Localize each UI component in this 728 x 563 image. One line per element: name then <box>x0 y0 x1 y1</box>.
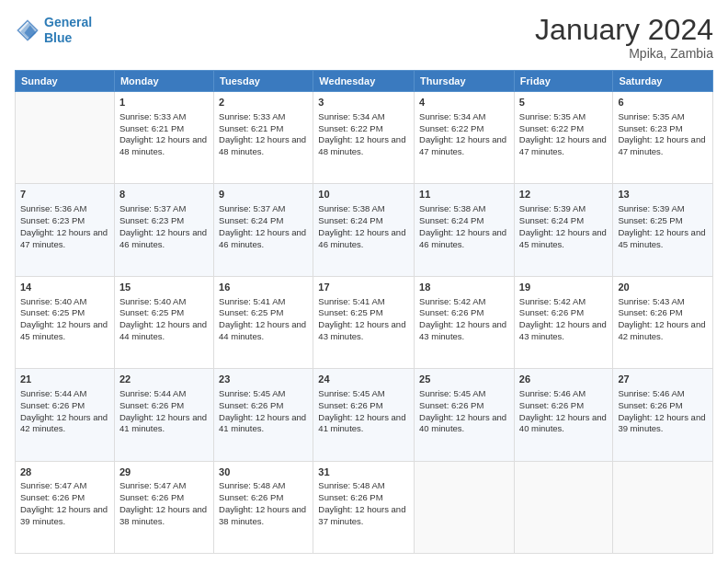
table-row: 29Sunrise: 5:47 AMSunset: 6:26 PMDayligh… <box>114 461 213 553</box>
day-number: 30 <box>219 465 308 479</box>
daylight-text: Daylight: 12 hours and 43 minutes. <box>519 319 609 343</box>
sunset-text: Sunset: 6:25 PM <box>119 307 209 319</box>
sunset-text: Sunset: 6:26 PM <box>119 400 209 412</box>
day-number: 8 <box>119 188 209 201</box>
logo-line1: General <box>44 15 92 29</box>
sunset-text: Sunset: 6:23 PM <box>20 215 109 227</box>
sunrise-text: Sunrise: 5:38 AM <box>318 203 409 215</box>
daylight-text: Daylight: 12 hours and 46 minutes. <box>119 227 209 251</box>
day-number: 11 <box>419 188 509 201</box>
day-number: 22 <box>119 373 209 386</box>
sunrise-text: Sunrise: 5:33 AM <box>119 111 209 123</box>
calendar-header-row: Sunday Monday Tuesday Wednesday Thursday… <box>16 71 713 92</box>
table-row: 15Sunrise: 5:40 AMSunset: 6:25 PMDayligh… <box>114 276 213 368</box>
sunset-text: Sunset: 6:26 PM <box>219 492 308 504</box>
table-row: 6Sunrise: 5:35 AMSunset: 6:23 PMDaylight… <box>613 92 713 184</box>
day-number: 21 <box>20 373 109 386</box>
table-row <box>514 461 613 553</box>
daylight-text: Daylight: 12 hours and 48 minutes. <box>119 134 209 158</box>
daylight-text: Daylight: 12 hours and 39 minutes. <box>20 504 109 528</box>
day-number: 7 <box>20 188 109 201</box>
sunset-text: Sunset: 6:21 PM <box>219 123 308 135</box>
table-row <box>16 92 115 184</box>
daylight-text: Daylight: 12 hours and 45 minutes. <box>20 319 109 343</box>
table-row: 27Sunrise: 5:46 AMSunset: 6:26 PMDayligh… <box>613 369 713 461</box>
sunrise-text: Sunrise: 5:35 AM <box>618 111 708 123</box>
header: General Blue January 2024 Mpika, Zambia <box>15 15 713 61</box>
table-row: 5Sunrise: 5:35 AMSunset: 6:22 PMDaylight… <box>514 92 613 184</box>
sunset-text: Sunset: 6:26 PM <box>618 307 708 319</box>
sunset-text: Sunset: 6:21 PM <box>119 123 209 135</box>
sunset-text: Sunset: 6:26 PM <box>20 492 109 504</box>
sunrise-text: Sunrise: 5:46 AM <box>519 388 609 400</box>
sunset-text: Sunset: 6:26 PM <box>618 400 708 412</box>
day-number: 5 <box>519 96 609 109</box>
table-row: 1Sunrise: 5:33 AMSunset: 6:21 PMDaylight… <box>114 92 213 184</box>
sunset-text: Sunset: 6:23 PM <box>119 215 209 227</box>
sunrise-text: Sunrise: 5:48 AM <box>219 480 308 492</box>
col-friday: Friday <box>514 71 613 92</box>
daylight-text: Daylight: 12 hours and 42 minutes. <box>20 412 109 436</box>
sunrise-text: Sunrise: 5:34 AM <box>318 111 409 123</box>
day-number: 17 <box>318 281 409 294</box>
daylight-text: Daylight: 12 hours and 38 minutes. <box>219 504 308 528</box>
main-title: January 2024 <box>535 15 713 44</box>
day-number: 25 <box>419 373 509 386</box>
sunrise-text: Sunrise: 5:34 AM <box>419 111 509 123</box>
table-row: 26Sunrise: 5:46 AMSunset: 6:26 PMDayligh… <box>514 369 613 461</box>
daylight-text: Daylight: 12 hours and 39 minutes. <box>618 412 708 436</box>
day-number: 31 <box>318 465 409 479</box>
day-number: 24 <box>318 373 409 386</box>
logo-line2: Blue <box>44 30 72 45</box>
col-monday: Monday <box>114 71 213 92</box>
sunset-text: Sunset: 6:25 PM <box>618 215 708 227</box>
day-number: 1 <box>119 96 209 109</box>
daylight-text: Daylight: 12 hours and 43 minutes. <box>419 319 509 343</box>
daylight-text: Daylight: 12 hours and 47 minutes. <box>20 227 109 251</box>
table-row: 3Sunrise: 5:34 AMSunset: 6:22 PMDaylight… <box>313 92 415 184</box>
col-saturday: Saturday <box>613 71 713 92</box>
daylight-text: Daylight: 12 hours and 43 minutes. <box>318 319 409 343</box>
sunrise-text: Sunrise: 5:37 AM <box>219 203 308 215</box>
day-number: 4 <box>419 96 509 109</box>
subtitle: Mpika, Zambia <box>535 46 713 61</box>
calendar-week-row: 1Sunrise: 5:33 AMSunset: 6:21 PMDaylight… <box>16 92 713 184</box>
sunrise-text: Sunrise: 5:40 AM <box>20 296 109 308</box>
sunrise-text: Sunrise: 5:33 AM <box>219 111 308 123</box>
day-number: 10 <box>318 188 409 201</box>
sunset-text: Sunset: 6:25 PM <box>20 307 109 319</box>
table-row: 22Sunrise: 5:44 AMSunset: 6:26 PMDayligh… <box>114 369 213 461</box>
logo: General Blue <box>15 15 92 46</box>
table-row: 23Sunrise: 5:45 AMSunset: 6:26 PMDayligh… <box>214 369 313 461</box>
sunrise-text: Sunrise: 5:47 AM <box>119 480 209 492</box>
sunrise-text: Sunrise: 5:35 AM <box>519 111 609 123</box>
table-row: 8Sunrise: 5:37 AMSunset: 6:23 PMDaylight… <box>114 184 213 276</box>
daylight-text: Daylight: 12 hours and 38 minutes. <box>119 504 209 528</box>
sunrise-text: Sunrise: 5:38 AM <box>419 203 509 215</box>
sunrise-text: Sunrise: 5:43 AM <box>618 296 708 308</box>
daylight-text: Daylight: 12 hours and 37 minutes. <box>318 504 409 528</box>
sunset-text: Sunset: 6:26 PM <box>318 492 409 504</box>
daylight-text: Daylight: 12 hours and 47 minutes. <box>618 134 708 158</box>
table-row: 30Sunrise: 5:48 AMSunset: 6:26 PMDayligh… <box>214 461 313 553</box>
sunset-text: Sunset: 6:24 PM <box>519 215 609 227</box>
sunset-text: Sunset: 6:23 PM <box>618 123 708 135</box>
day-number: 13 <box>618 188 708 201</box>
sunset-text: Sunset: 6:24 PM <box>318 215 409 227</box>
sunrise-text: Sunrise: 5:47 AM <box>20 480 109 492</box>
table-row: 28Sunrise: 5:47 AMSunset: 6:26 PMDayligh… <box>16 461 115 553</box>
calendar-week-row: 14Sunrise: 5:40 AMSunset: 6:25 PMDayligh… <box>16 276 713 368</box>
daylight-text: Daylight: 12 hours and 40 minutes. <box>419 412 509 436</box>
table-row: 25Sunrise: 5:45 AMSunset: 6:26 PMDayligh… <box>415 369 515 461</box>
table-row: 11Sunrise: 5:38 AMSunset: 6:24 PMDayligh… <box>415 184 515 276</box>
daylight-text: Daylight: 12 hours and 42 minutes. <box>618 319 708 343</box>
day-number: 2 <box>219 96 308 109</box>
table-row: 9Sunrise: 5:37 AMSunset: 6:24 PMDaylight… <box>214 184 313 276</box>
sunset-text: Sunset: 6:22 PM <box>419 123 509 135</box>
sunrise-text: Sunrise: 5:45 AM <box>419 388 509 400</box>
sunrise-text: Sunrise: 5:48 AM <box>318 480 409 492</box>
table-row: 12Sunrise: 5:39 AMSunset: 6:24 PMDayligh… <box>514 184 613 276</box>
sunrise-text: Sunrise: 5:41 AM <box>318 296 409 308</box>
sunrise-text: Sunrise: 5:41 AM <box>219 296 308 308</box>
sunset-text: Sunset: 6:22 PM <box>519 123 609 135</box>
